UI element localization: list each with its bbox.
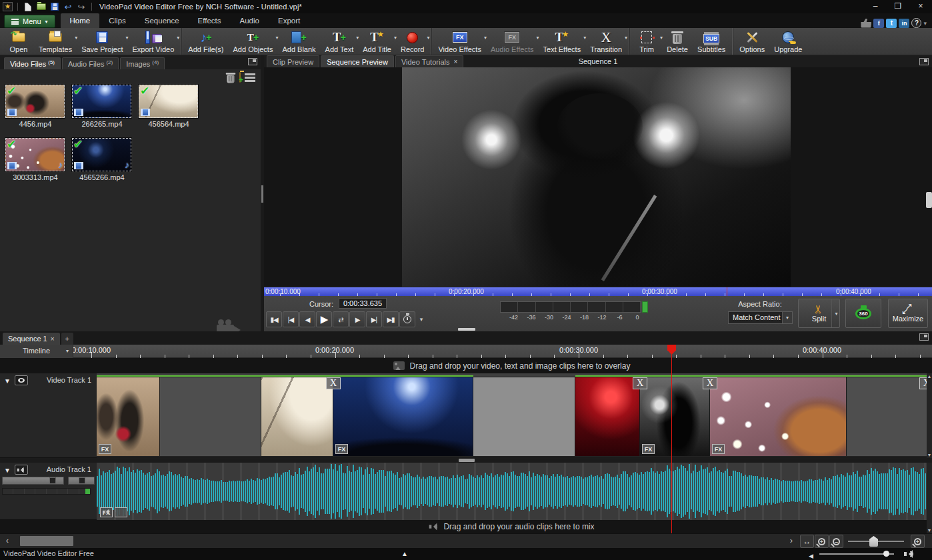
transition-button[interactable]: X▾Transition	[585, 28, 627, 55]
clip-thumbnail[interactable]: ✔	[5, 85, 65, 118]
expand-up-icon[interactable]: ▲	[401, 548, 408, 559]
close-icon[interactable]: ×	[51, 335, 55, 343]
audio-track-scrollbar[interactable]: ▼	[927, 463, 932, 533]
split-button[interactable]: ✂ Split ▾	[798, 299, 840, 328]
step-back-button[interactable]: ◀	[299, 311, 315, 327]
add-text-button[interactable]: T+▾Add Text	[321, 28, 359, 55]
skip-to-end-button[interactable]: ▶▮	[383, 311, 399, 327]
timeline-video-clip[interactable]	[473, 377, 575, 456]
ribbon-tab-sequence[interactable]: Sequence	[135, 13, 189, 28]
cursor-time-value[interactable]: 0:00:33.635	[339, 298, 387, 309]
transition-badge[interactable]: X	[326, 377, 341, 389]
export-video-button[interactable]: ▾Export Video	[128, 28, 179, 55]
pan-slider[interactable]	[68, 477, 95, 485]
detach-panel-icon[interactable]	[919, 58, 929, 65]
add-title-button[interactable]: T★▾Add Title	[358, 28, 396, 55]
clip-fx-badge[interactable]: FX	[99, 444, 111, 454]
subtitles-button[interactable]: SUBSubtitles	[693, 28, 730, 55]
ribbon-tab-effects[interactable]: Effects	[189, 13, 231, 28]
timeline-video-clip[interactable]: FX	[333, 377, 473, 456]
track-visibility-toggle[interactable]	[15, 375, 28, 385]
save-icon[interactable]	[49, 2, 60, 12]
save-project-button[interactable]: ▾Save Project	[77, 28, 127, 55]
media-tab-audio-files[interactable]: Audio Files(2)	[62, 57, 119, 69]
playback-rate-button[interactable]	[399, 311, 415, 327]
timeline-video-clip[interactable]	[160, 377, 261, 456]
clip-fx-badge[interactable]: FX	[642, 444, 655, 454]
media-panel-scroll-nub[interactable]	[926, 192, 932, 208]
delete-clip-icon[interactable]	[227, 75, 234, 83]
close-button[interactable]: ×	[909, 0, 932, 13]
timeline-playhead[interactable]	[671, 345, 672, 533]
timeline-video-clip[interactable]: FX	[710, 377, 847, 456]
loop-button[interactable]: ⇄	[333, 311, 349, 327]
split-dropdown[interactable]: ▾	[831, 299, 841, 327]
zoom-out-button[interactable]: –	[829, 535, 843, 548]
three-sixty-button[interactable]: 360	[845, 299, 881, 328]
ribbon-tab-export[interactable]: Export	[269, 13, 309, 28]
clip-thumbnail[interactable]: ✔♪	[5, 138, 65, 171]
linkedin-icon[interactable]: in	[899, 19, 909, 28]
record-button[interactable]: ▾Record	[396, 28, 429, 55]
timeline-ruler[interactable]: Timeline ▾ 0:00:10.0000:00:20.0000:00:30…	[0, 345, 932, 358]
transition-badge[interactable]: X	[703, 377, 717, 389]
new-project-icon[interactable]	[23, 2, 33, 12]
preview-tab-sequence-preview[interactable]: Sequence Preview	[321, 55, 394, 67]
chevron-down-icon[interactable]: ▾	[625, 35, 627, 41]
collapse-track-icon[interactable]: ▼	[4, 467, 11, 474]
clip-thumbnail[interactable]: ✔♪	[72, 138, 131, 171]
delete-button[interactable]: Delete	[662, 28, 693, 55]
timeline-video-clip[interactable]: FX	[97, 377, 160, 456]
media-clip-item[interactable]: ✔♪4565266.mp4	[72, 138, 139, 191]
scroll-left-button[interactable]: ‹	[0, 534, 15, 549]
aspect-ratio-select[interactable]: Match Content ▾	[728, 311, 793, 324]
maximize-button[interactable]: Maximize	[888, 299, 928, 328]
audio-effects-button[interactable]: FX▾Audio Effects	[486, 28, 539, 55]
audio-clip-waveform[interactable]: FX	[97, 463, 927, 520]
timeline-video-clip[interactable]: FXX	[640, 377, 710, 456]
collapse-track-icon[interactable]: ▼	[4, 377, 11, 385]
templates-button[interactable]: ▾Templates	[34, 28, 77, 55]
clip-thumbnail[interactable]: ✔	[139, 85, 198, 118]
tab-sequence-1[interactable]: Sequence 1 ×	[3, 333, 60, 345]
scroll-right-button[interactable]: ›	[784, 534, 799, 549]
open-button[interactable]: ↷Open	[3, 28, 34, 55]
close-icon[interactable]: ×	[453, 58, 457, 65]
playback-rate-dropdown[interactable]: ▾	[416, 311, 427, 327]
menu-button[interactable]: Menu ▾	[4, 15, 55, 28]
ribbon-tab-home[interactable]: Home	[61, 13, 100, 28]
like-icon[interactable]	[861, 19, 871, 28]
previous-frame-button[interactable]: |◀	[283, 311, 299, 327]
step-forward-button[interactable]: ▶	[349, 311, 365, 327]
open-icon[interactable]	[36, 2, 47, 12]
clip-thumbnail[interactable]: ✔	[72, 85, 131, 118]
track-mute-toggle[interactable]	[15, 465, 28, 475]
facebook-icon[interactable]: f	[873, 19, 884, 28]
ribbon-tab-clips[interactable]: Clips	[99, 13, 135, 28]
restore-button[interactable]: ❒	[887, 0, 909, 13]
twitter-icon[interactable]: t	[886, 19, 897, 28]
media-clip-item[interactable]: ✔456564.mp4	[139, 85, 205, 138]
add-sequence-tab[interactable]: +	[61, 333, 73, 345]
track-splitter[interactable]	[0, 458, 932, 463]
list-view-icon[interactable]	[245, 73, 255, 82]
timeline-video-clip[interactable]: X	[261, 377, 333, 456]
zoom-fit-button[interactable]: ↔	[800, 535, 814, 548]
timeline-zoom-slider[interactable]	[848, 541, 904, 542]
timeline-video-clip[interactable]: X	[847, 377, 927, 456]
clip-fx-badge[interactable]: FX	[335, 444, 348, 454]
skip-to-start-button[interactable]: ▮◀	[266, 311, 282, 327]
detach-panel-icon[interactable]	[919, 333, 929, 341]
next-frame-button[interactable]: ▶|	[366, 311, 382, 327]
scrollbar-thumb[interactable]	[20, 536, 73, 546]
audio-volume-badge[interactable]	[115, 507, 127, 517]
add-file-s--button[interactable]: ♪+Add File(s)	[183, 28, 228, 55]
volume-slider[interactable]	[2, 477, 64, 485]
timeline-video-clip[interactable]: X	[575, 377, 640, 456]
zoom-in-button[interactable]: +	[911, 535, 925, 548]
video-effects-button[interactable]: FX▾Video Effects	[433, 28, 485, 55]
volume-min-icon[interactable]: ◀	[809, 551, 813, 560]
minimize-button[interactable]: –	[864, 0, 887, 13]
add-objects-button[interactable]: T+▾Add Objects	[229, 28, 278, 55]
panel-resize-grip[interactable]	[458, 328, 475, 331]
